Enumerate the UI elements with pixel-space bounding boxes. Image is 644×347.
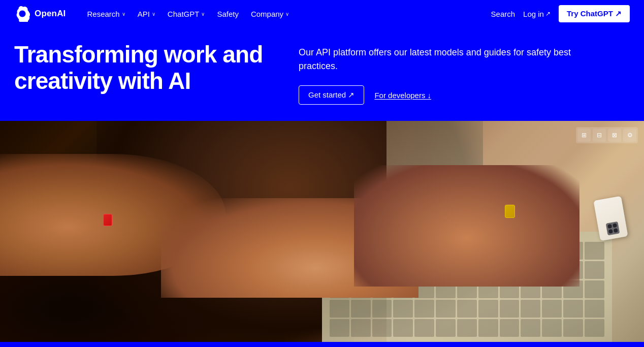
chevron-down-icon: ∨	[152, 11, 155, 17]
key	[563, 300, 583, 318]
key	[563, 319, 583, 337]
key	[585, 319, 604, 337]
camera-lens	[607, 224, 612, 229]
chevron-down-icon: ∨	[201, 11, 205, 17]
nav-item-api[interactable]: API ∨	[133, 7, 160, 21]
watch-right	[505, 205, 515, 218]
hero-buttons: Get started ↗ For developers ↓	[299, 85, 630, 105]
hero-description: Our API platform offers our latest model…	[299, 46, 573, 73]
scene	[0, 121, 644, 342]
nav-item-safety[interactable]: Safety	[212, 7, 244, 21]
arm-right	[354, 165, 579, 287]
hero-section: Transforming work and creativity with AI…	[0, 27, 644, 121]
nav-item-company[interactable]: Company ∨	[246, 7, 294, 21]
key	[436, 319, 456, 337]
key	[351, 300, 371, 318]
login-button[interactable]: Log in ↗	[523, 10, 551, 18]
chevron-down-icon: ∨	[122, 11, 125, 17]
key	[457, 319, 477, 337]
key	[414, 300, 434, 318]
logo[interactable]: OpenAI	[14, 6, 66, 22]
key	[585, 261, 604, 279]
key	[542, 319, 562, 337]
hero-image	[0, 121, 644, 342]
key	[457, 300, 477, 318]
key	[372, 319, 392, 337]
openai-logo-icon	[14, 6, 30, 22]
key	[351, 319, 371, 337]
key	[330, 319, 349, 337]
key	[500, 300, 520, 318]
key	[542, 300, 562, 318]
hero-image-section: ⊞ ⊟ ⊠ ⚙	[0, 121, 644, 342]
camera-lens	[613, 228, 618, 233]
search-button[interactable]: Search	[491, 10, 516, 18]
hero-right: Our API platform offers our latest model…	[299, 42, 630, 105]
key	[372, 300, 392, 318]
nav-right: Search Log in ↗ Try ChatGPT ↗	[491, 5, 630, 22]
get-started-button[interactable]: Get started ↗	[299, 85, 364, 105]
camera-lens	[612, 224, 617, 228]
image-controls-toolbar: ⊞ ⊟ ⊠ ⚙	[576, 127, 638, 143]
brand-name: OpenAI	[35, 9, 66, 19]
key	[500, 319, 520, 337]
hero-left: Transforming work and creativity with AI	[14, 42, 268, 94]
key	[521, 319, 540, 337]
watch-left	[103, 214, 112, 226]
key	[478, 300, 498, 318]
image-control-btn-3[interactable]: ⊠	[608, 129, 621, 142]
main-nav: OpenAI Research ∨ API ∨ ChatGPT ∨ Safety…	[0, 0, 644, 27]
image-control-btn-2[interactable]: ⊟	[593, 129, 606, 142]
key	[393, 319, 413, 337]
for-developers-link[interactable]: For developers ↓	[374, 91, 431, 100]
key	[585, 300, 604, 318]
hero-title: Transforming work and creativity with AI	[14, 42, 268, 94]
camera-lens	[608, 229, 613, 234]
image-control-btn-1[interactable]: ⊞	[577, 129, 591, 142]
phone-camera	[605, 222, 620, 236]
key	[330, 300, 349, 318]
nav-item-research[interactable]: Research ∨	[82, 7, 130, 21]
key	[585, 242, 604, 260]
key	[414, 319, 434, 337]
chevron-down-icon: ∨	[285, 11, 289, 17]
nav-item-chatgpt[interactable]: ChatGPT ∨	[163, 7, 210, 21]
key	[436, 300, 456, 318]
key	[393, 300, 413, 318]
nav-links: Research ∨ API ∨ ChatGPT ∨ Safety Compan…	[82, 7, 491, 21]
image-settings-button[interactable]: ⚙	[623, 129, 636, 142]
key	[585, 280, 604, 298]
external-link-icon: ↗	[545, 10, 551, 17]
key	[478, 319, 498, 337]
try-chatgpt-button[interactable]: Try ChatGPT ↗	[559, 5, 630, 22]
key	[521, 300, 540, 318]
